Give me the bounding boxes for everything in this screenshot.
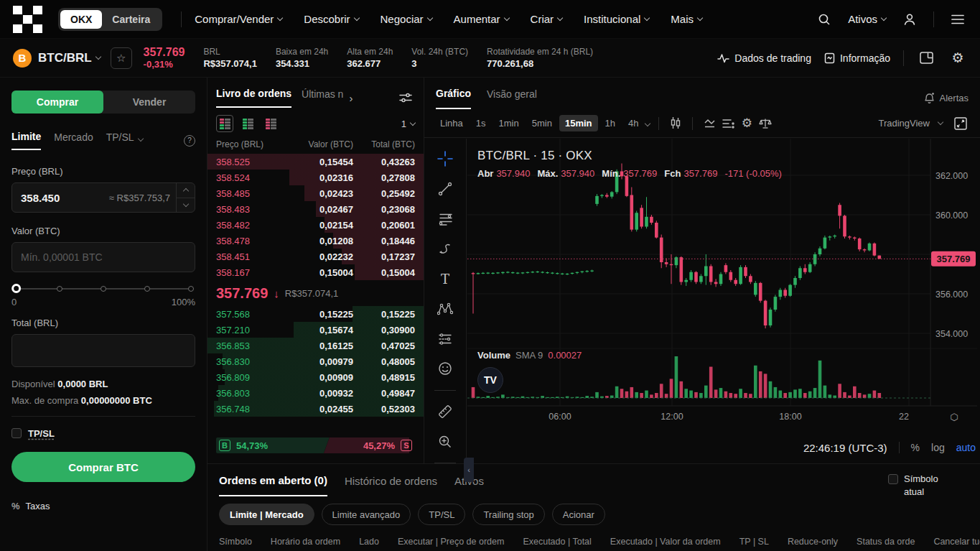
trend-line-icon[interactable] bbox=[435, 180, 455, 198]
price-input[interactable]: 358.450 ≈ R$357.753,7 bbox=[11, 182, 195, 213]
total-input[interactable] bbox=[11, 334, 195, 367]
tab-overview[interactable]: Visão geral bbox=[487, 88, 537, 108]
auto-scale-button[interactable]: auto bbox=[956, 442, 976, 453]
symbol-checkbox[interactable] bbox=[888, 474, 898, 484]
slider-dot-75[interactable] bbox=[144, 286, 150, 292]
question-icon[interactable]: ? bbox=[184, 135, 195, 147]
col-header[interactable]: Horário da ordem bbox=[271, 537, 340, 547]
interval-4h[interactable]: 4h bbox=[622, 115, 644, 131]
buy-tab[interactable]: Comprar bbox=[11, 91, 103, 114]
text-tool-icon[interactable]: T bbox=[435, 270, 455, 288]
col-header[interactable]: Executado | Valor da ordem bbox=[610, 537, 721, 547]
nav-item-comprar-vender[interactable]: Comprar/Vender bbox=[195, 13, 282, 25]
ask-row[interactable]: 358.4510,022320,17237 bbox=[207, 249, 424, 264]
nav-item-aumentar[interactable]: Aumentar bbox=[454, 13, 509, 25]
fullscreen-icon[interactable] bbox=[951, 115, 970, 132]
env-toggle-okx[interactable]: OKX bbox=[60, 10, 102, 29]
bid-row[interactable]: 356.8090,009090,48915 bbox=[207, 369, 424, 385]
ask-row[interactable]: 358.5240,023160,27808 bbox=[207, 170, 424, 185]
fib-retracement-icon[interactable] bbox=[435, 210, 455, 228]
pair-name[interactable]: BTC/BRL bbox=[38, 51, 92, 65]
slider-thumb[interactable] bbox=[11, 284, 21, 293]
xabcd-pattern-icon[interactable] bbox=[435, 300, 455, 318]
okx-logo[interactable] bbox=[13, 6, 42, 33]
ask-row[interactable]: 358.4820,021540,20601 bbox=[207, 217, 424, 233]
alerts-button[interactable]: Alertas bbox=[924, 93, 969, 104]
precision-dropdown[interactable]: 1 bbox=[401, 119, 415, 129]
col-header[interactable]: Status da orde bbox=[857, 537, 915, 547]
bid-row[interactable]: 356.7480,024550,52303 bbox=[207, 401, 424, 417]
current-symbol-filter[interactable]: Símbolo atual bbox=[888, 473, 941, 499]
filter-limite-avan-ado[interactable]: Limite avançado bbox=[322, 504, 411, 525]
bid-row[interactable]: 357.2100,156740,30900 bbox=[207, 322, 424, 338]
nav-assets[interactable]: Ativos bbox=[848, 13, 886, 25]
interval-1min[interactable]: 1min bbox=[493, 115, 525, 131]
menu-icon[interactable] bbox=[948, 11, 967, 28]
crosshair-icon[interactable] bbox=[435, 150, 455, 168]
nav-item-criar[interactable]: Criar bbox=[531, 13, 563, 25]
price-decrement-button[interactable] bbox=[177, 198, 195, 213]
mid-price-row[interactable]: 357.769 ↓ R$357.074,1 bbox=[207, 280, 424, 306]
user-icon[interactable] bbox=[900, 11, 919, 28]
emoji-icon[interactable] bbox=[435, 360, 455, 378]
favorite-star-button[interactable]: ☆ bbox=[111, 47, 132, 69]
filter-limite-mercado[interactable]: Limite | Mercado bbox=[219, 504, 314, 525]
orders-tab-hist-rico-de-ordens[interactable]: Histórico de ordens bbox=[345, 475, 437, 496]
col-header[interactable]: Executar | Preço de ordem bbox=[398, 537, 504, 547]
nav-item-descobrir[interactable]: Descobrir bbox=[304, 13, 358, 25]
ask-row[interactable]: 358.4780,012080,18446 bbox=[207, 233, 424, 249]
tradingview-dropdown[interactable]: TradingView bbox=[878, 118, 943, 129]
tab-last-trades[interactable]: Últimas n bbox=[302, 88, 343, 107]
tab-limit[interactable]: Limite bbox=[11, 131, 41, 150]
col-header[interactable]: Lado bbox=[359, 537, 379, 547]
tpsl-checkbox[interactable] bbox=[11, 428, 22, 438]
zoom-in-icon[interactable] bbox=[435, 432, 455, 450]
view-asks-icon[interactable] bbox=[262, 115, 279, 132]
tab-market[interactable]: Mercado bbox=[54, 131, 93, 149]
col-header[interactable]: Cancelar tudo bbox=[933, 537, 980, 547]
position-tool-icon[interactable] bbox=[435, 330, 455, 348]
scale-balance-icon[interactable] bbox=[756, 115, 775, 132]
tab-tpsl[interactable]: TP/SL bbox=[106, 131, 143, 149]
bid-row[interactable]: 356.8530,161250,47025 bbox=[207, 338, 424, 353]
chart-settings-gear-icon[interactable]: ⚙ bbox=[737, 115, 756, 132]
collapse-toolbar-handle[interactable]: ‹ bbox=[464, 458, 474, 482]
bid-row[interactable]: 357.5680,152250,15225 bbox=[207, 306, 424, 322]
chevron-down-icon[interactable] bbox=[95, 54, 101, 60]
ask-row[interactable]: 358.1670,150040,15004 bbox=[207, 264, 424, 280]
slider-dot-50[interactable] bbox=[101, 286, 106, 292]
compare-icon[interactable] bbox=[700, 115, 719, 132]
interval-15min[interactable]: 15min bbox=[559, 115, 598, 131]
env-toggle-carteira[interactable]: Carteira bbox=[102, 10, 160, 29]
brush-icon[interactable] bbox=[435, 240, 455, 258]
interval-more-chevron[interactable] bbox=[645, 120, 650, 126]
nav-item-mais[interactable]: Mais bbox=[671, 13, 702, 25]
chevron-right-icon[interactable]: › bbox=[349, 92, 353, 104]
information-link[interactable]: Informação bbox=[824, 52, 890, 64]
candle-style-icon[interactable] bbox=[666, 115, 685, 132]
price-value[interactable]: 358.450 bbox=[21, 192, 60, 204]
env-toggle[interactable]: OKX Carteira bbox=[58, 8, 162, 31]
price-increment-button[interactable] bbox=[177, 183, 195, 198]
search-icon[interactable] bbox=[815, 11, 834, 28]
percent-scale-button[interactable]: % bbox=[911, 442, 920, 453]
ruler-icon[interactable] bbox=[435, 403, 455, 421]
buy-btc-button[interactable]: Comprar BTC bbox=[11, 452, 195, 482]
log-scale-button[interactable]: log bbox=[931, 442, 945, 453]
candlestick-chart[interactable]: 362.000360.000356.000354.000357.76906:00… bbox=[467, 139, 977, 435]
col-header[interactable]: Reduce-only bbox=[788, 537, 838, 547]
amount-slider[interactable] bbox=[16, 284, 191, 294]
interval-5min[interactable]: 5min bbox=[526, 115, 558, 131]
orders-tab-ordens-em-aberto-0-[interactable]: Ordens em aberto (0) bbox=[219, 474, 327, 496]
col-header[interactable]: TP | SL bbox=[739, 537, 769, 547]
amount-input[interactable]: Mín. 0,00001 BTC bbox=[11, 242, 195, 272]
col-header[interactable]: Executado | Total bbox=[523, 537, 591, 547]
filter-acionar[interactable]: Acionar bbox=[552, 504, 605, 525]
tpsl-label[interactable]: TP/SL bbox=[28, 427, 57, 440]
tab-order-book[interactable]: Livro de ordens bbox=[216, 88, 291, 108]
filter-tp-sl[interactable]: TP/SL bbox=[418, 504, 465, 525]
nav-item-institucional[interactable]: Institucional bbox=[584, 13, 649, 25]
gear-icon[interactable]: ⚙ bbox=[948, 50, 967, 67]
slider-dot-25[interactable] bbox=[57, 286, 62, 292]
nav-item-negociar[interactable]: Negociar bbox=[381, 13, 432, 25]
